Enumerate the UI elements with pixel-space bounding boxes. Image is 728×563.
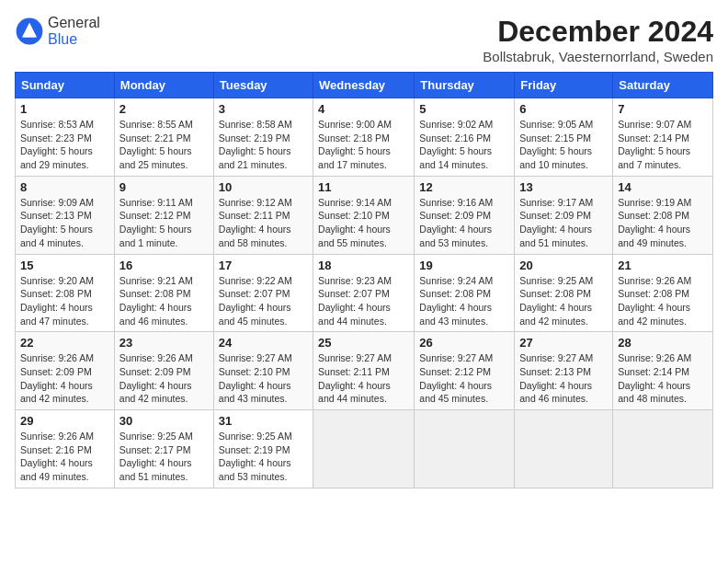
day-info: Sunrise: 8:53 AM Sunset: 2:23 PM Dayligh… [20,118,109,172]
calendar-cell: 13Sunrise: 9:17 AM Sunset: 2:09 PM Dayli… [515,176,613,254]
day-number: 18 [318,259,409,272]
day-number: 24 [219,336,308,350]
logo-icon [15,17,44,46]
day-number: 28 [618,336,708,350]
calendar-cell [613,410,713,488]
day-number: 12 [419,180,509,194]
calendar-cell: 14Sunrise: 9:19 AM Sunset: 2:08 PM Dayli… [613,176,713,254]
calendar-cell: 31Sunrise: 9:25 AM Sunset: 2:19 PM Dayli… [213,410,313,488]
calendar-cell: 11Sunrise: 9:14 AM Sunset: 2:10 PM Dayli… [313,176,415,254]
day-number: 3 [219,102,308,116]
day-info: Sunrise: 9:27 AM Sunset: 2:10 PM Dayligh… [219,351,308,406]
day-info: Sunrise: 9:27 AM Sunset: 2:12 PM Dayligh… [419,351,509,406]
logo: General Blue [15,15,100,48]
column-header-friday: Friday [515,73,613,98]
day-number: 30 [119,414,209,428]
calendar-cell: 17Sunrise: 9:22 AM Sunset: 2:07 PM Dayli… [213,254,313,332]
day-info: Sunrise: 9:23 AM Sunset: 2:07 PM Dayligh… [318,274,409,328]
day-info: Sunrise: 9:24 AM Sunset: 2:08 PM Dayligh… [419,274,509,328]
column-header-monday: Monday [114,73,213,98]
week-row-1: 1Sunrise: 8:53 AM Sunset: 2:23 PM Daylig… [16,98,713,177]
day-number: 22 [20,336,109,350]
day-info: Sunrise: 9:19 AM Sunset: 2:08 PM Dayligh… [618,196,708,250]
calendar-cell: 12Sunrise: 9:16 AM Sunset: 2:09 PM Dayli… [415,176,515,254]
month-title: December 2024 [483,15,713,49]
day-info: Sunrise: 9:00 AM Sunset: 2:18 PM Dayligh… [318,118,409,172]
day-number: 10 [219,180,308,194]
calendar-cell: 10Sunrise: 9:12 AM Sunset: 2:11 PM Dayli… [213,176,313,254]
day-info: Sunrise: 9:07 AM Sunset: 2:14 PM Dayligh… [618,118,708,172]
day-info: Sunrise: 9:26 AM Sunset: 2:09 PM Dayligh… [119,351,209,406]
day-info: Sunrise: 9:05 AM Sunset: 2:15 PM Dayligh… [519,118,608,172]
day-number: 7 [618,102,708,116]
calendar-cell: 18Sunrise: 9:23 AM Sunset: 2:07 PM Dayli… [313,254,415,332]
day-info: Sunrise: 9:25 AM Sunset: 2:19 PM Dayligh… [219,430,308,484]
day-info: Sunrise: 9:27 AM Sunset: 2:13 PM Dayligh… [519,351,608,406]
calendar-cell [415,410,515,488]
day-number: 14 [618,180,708,194]
calendar-cell: 22Sunrise: 9:26 AM Sunset: 2:09 PM Dayli… [16,332,115,410]
day-info: Sunrise: 9:26 AM Sunset: 2:16 PM Dayligh… [20,430,109,484]
page-header: General Blue December 2024 Bollstabruk, … [15,15,713,64]
day-info: Sunrise: 8:58 AM Sunset: 2:19 PM Dayligh… [219,118,308,172]
calendar-cell: 6Sunrise: 9:05 AM Sunset: 2:15 PM Daylig… [515,98,613,177]
day-number: 23 [119,336,209,350]
week-row-2: 8Sunrise: 9:09 AM Sunset: 2:13 PM Daylig… [16,176,713,254]
calendar-cell: 19Sunrise: 9:24 AM Sunset: 2:08 PM Dayli… [415,254,515,332]
day-number: 19 [419,259,509,272]
day-info: Sunrise: 9:09 AM Sunset: 2:13 PM Dayligh… [20,196,109,250]
day-number: 21 [618,259,708,272]
day-number: 11 [318,180,409,194]
day-number: 25 [318,336,409,350]
week-row-5: 29Sunrise: 9:26 AM Sunset: 2:16 PM Dayli… [16,410,713,488]
calendar-cell: 25Sunrise: 9:27 AM Sunset: 2:11 PM Dayli… [313,332,415,410]
day-number: 27 [519,336,608,350]
day-info: Sunrise: 9:20 AM Sunset: 2:08 PM Dayligh… [20,274,109,328]
day-info: Sunrise: 9:25 AM Sunset: 2:08 PM Dayligh… [519,274,608,328]
day-info: Sunrise: 8:55 AM Sunset: 2:21 PM Dayligh… [119,118,209,172]
calendar-cell: 26Sunrise: 9:27 AM Sunset: 2:12 PM Dayli… [415,332,515,410]
logo-general-text: General [48,15,100,30]
calendar-cell: 2Sunrise: 8:55 AM Sunset: 2:21 PM Daylig… [114,98,213,177]
svg-rect-2 [24,34,36,37]
day-number: 8 [20,180,109,194]
day-info: Sunrise: 9:14 AM Sunset: 2:10 PM Dayligh… [318,196,409,250]
day-number: 2 [119,102,209,116]
day-number: 15 [20,259,109,272]
calendar-cell: 24Sunrise: 9:27 AM Sunset: 2:10 PM Dayli… [213,332,313,410]
calendar-header-row: SundayMondayTuesdayWednesdayThursdayFrid… [16,73,713,98]
column-header-sunday: Sunday [16,73,115,98]
day-info: Sunrise: 9:16 AM Sunset: 2:09 PM Dayligh… [419,196,509,250]
day-info: Sunrise: 9:12 AM Sunset: 2:11 PM Dayligh… [219,196,308,250]
day-number: 26 [419,336,509,350]
column-header-wednesday: Wednesday [313,73,415,98]
calendar-cell: 9Sunrise: 9:11 AM Sunset: 2:12 PM Daylig… [114,176,213,254]
day-number: 16 [119,259,209,272]
day-number: 17 [219,259,308,272]
column-header-thursday: Thursday [415,73,515,98]
calendar-cell: 29Sunrise: 9:26 AM Sunset: 2:16 PM Dayli… [16,410,115,488]
calendar-cell: 7Sunrise: 9:07 AM Sunset: 2:14 PM Daylig… [613,98,713,177]
day-number: 20 [519,259,608,272]
day-info: Sunrise: 9:21 AM Sunset: 2:08 PM Dayligh… [119,274,209,328]
calendar-cell: 8Sunrise: 9:09 AM Sunset: 2:13 PM Daylig… [16,176,115,254]
day-number: 6 [519,102,608,116]
day-info: Sunrise: 9:25 AM Sunset: 2:17 PM Dayligh… [119,430,209,484]
calendar-cell: 16Sunrise: 9:21 AM Sunset: 2:08 PM Dayli… [114,254,213,332]
day-info: Sunrise: 9:22 AM Sunset: 2:07 PM Dayligh… [219,274,308,328]
title-block: December 2024 Bollstabruk, Vaesternorrla… [483,15,713,64]
calendar-cell: 28Sunrise: 9:26 AM Sunset: 2:14 PM Dayli… [613,332,713,410]
day-number: 1 [20,102,109,116]
day-info: Sunrise: 9:26 AM Sunset: 2:08 PM Dayligh… [618,274,708,328]
calendar-cell: 4Sunrise: 9:00 AM Sunset: 2:18 PM Daylig… [313,98,415,177]
location: Bollstabruk, Vaesternorrland, Sweden [483,49,713,64]
day-number: 31 [219,414,308,428]
column-header-tuesday: Tuesday [213,73,313,98]
day-number: 5 [419,102,509,116]
day-info: Sunrise: 9:17 AM Sunset: 2:09 PM Dayligh… [519,196,608,250]
day-number: 29 [20,414,109,428]
calendar-cell [515,410,613,488]
calendar-cell: 5Sunrise: 9:02 AM Sunset: 2:16 PM Daylig… [415,98,515,177]
calendar-cell: 27Sunrise: 9:27 AM Sunset: 2:13 PM Dayli… [515,332,613,410]
calendar-table: SundayMondayTuesdayWednesdayThursdayFrid… [15,72,713,488]
